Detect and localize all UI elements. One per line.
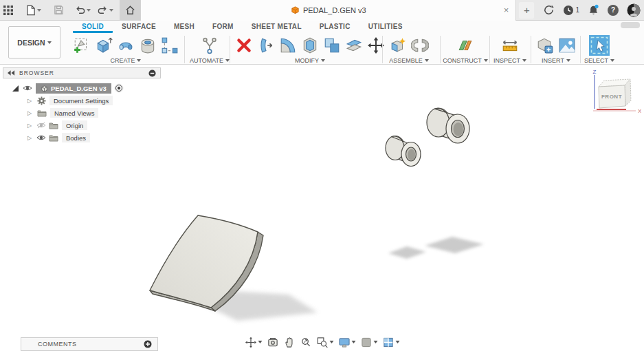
item-label[interactable]: Bodies (62, 133, 90, 142)
browser-item-document-settings[interactable]: ▷ Document Settings (27, 94, 161, 107)
profile-button[interactable] (623, 0, 644, 21)
group-modify-menu[interactable]: MODIFY (295, 57, 325, 64)
undo-button[interactable] (71, 0, 94, 21)
construction-plane-button[interactable] (455, 34, 476, 56)
viewport[interactable]: BROWSER PEDAL_D.GEN v3 ▷ Document Settin… (0, 65, 644, 362)
viewports-button[interactable] (382, 337, 399, 348)
browser-item-named-views[interactable]: ▷ Named Views (27, 107, 161, 119)
comments-panel[interactable]: COMMENTS (21, 337, 158, 351)
group-create-menu[interactable]: CREATE (111, 57, 142, 64)
visibility-eye-off-icon[interactable] (36, 122, 46, 129)
tab-plastic[interactable]: PLASTIC (311, 21, 359, 33)
automated-modeling-button[interactable] (199, 34, 220, 56)
group-inspect-caret (522, 59, 526, 62)
browser-item-origin[interactable]: ▷ Origin (27, 119, 161, 131)
insert-derive-button[interactable] (535, 34, 555, 56)
create-sketch-button[interactable] (71, 34, 92, 56)
display-settings-menu-caret[interactable] (351, 341, 355, 343)
tab-sheet-metal[interactable]: SHEET METAL (243, 21, 311, 33)
notifications-button[interactable] (584, 0, 603, 21)
canvas-button[interactable] (557, 34, 577, 56)
browser-root-row[interactable]: PEDAL_D.GEN v3 (12, 82, 161, 94)
workspace-switcher[interactable]: DESIGN (8, 26, 60, 58)
fillet-button[interactable] (278, 34, 298, 56)
new-component-button[interactable] (388, 34, 408, 56)
grid-and-snaps-button[interactable] (360, 337, 377, 348)
collapse-panel-icon[interactable] (8, 70, 15, 76)
ribbon-overflow-grip[interactable] (621, 22, 640, 28)
viewports-menu-caret[interactable] (395, 341, 399, 343)
new-tab-button[interactable]: + (519, 2, 534, 19)
measure-button[interactable] (500, 34, 520, 56)
window-zoom-menu-caret[interactable] (329, 341, 333, 343)
orbit-button[interactable] (245, 337, 262, 348)
close-tab-icon[interactable]: × (504, 5, 509, 15)
tab-solid[interactable]: SOLID (73, 21, 113, 33)
group-create-label: CREATE (111, 57, 135, 64)
combine-button[interactable] (322, 34, 342, 56)
extrude-icon (95, 36, 113, 54)
gear-icon (37, 96, 46, 105)
expand-closed-icon[interactable]: ▷ (27, 110, 34, 116)
extensions-button[interactable] (540, 0, 558, 21)
tab-mesh[interactable]: MESH (165, 21, 203, 33)
group-assemble-menu[interactable]: ASSEMBLE (389, 57, 429, 64)
measure-icon (501, 36, 519, 54)
job-count: 1 (575, 6, 579, 14)
display-mode-toggle-icon[interactable] (148, 70, 156, 77)
tab-surface[interactable]: SURFACE (113, 21, 165, 33)
expand-closed-icon[interactable]: ▷ (27, 135, 34, 141)
bushing-large-shadow (425, 237, 484, 253)
orbit-menu-caret[interactable] (258, 341, 262, 343)
group-insert-menu[interactable]: INSERT (542, 57, 570, 64)
redo-button[interactable] (94, 0, 117, 21)
root-component[interactable]: PEDAL_D.GEN v3 (36, 83, 111, 94)
select-button[interactable] (587, 34, 612, 56)
item-label[interactable]: Named Views (50, 108, 98, 118)
group-select-menu[interactable]: SELECT (584, 57, 614, 64)
pan-hand-icon (283, 337, 295, 348)
rectangular-pattern-button[interactable] (159, 34, 180, 56)
view-cube[interactable]: FRONT Z X (586, 69, 641, 117)
hole-button[interactable] (137, 34, 158, 56)
expand-open-icon[interactable] (12, 85, 19, 92)
group-automate-menu[interactable]: AUTOMATE (190, 57, 230, 64)
revolve-button[interactable] (115, 34, 136, 56)
group-construct-menu[interactable]: CONSTRUCT (443, 57, 488, 64)
window-zoom-button[interactable] (316, 337, 333, 348)
delete-button[interactable] (234, 34, 254, 56)
tab-form[interactable]: FORM (203, 21, 243, 33)
press-pull-button[interactable] (256, 34, 276, 56)
look-at-button[interactable] (267, 337, 278, 348)
activate-component-radio[interactable] (114, 83, 124, 93)
pan-button[interactable] (283, 337, 295, 348)
expand-closed-icon[interactable]: ▷ (27, 123, 34, 129)
expand-closed-icon[interactable]: ▷ (27, 98, 34, 104)
joint-button[interactable] (410, 34, 430, 56)
visibility-eye-icon[interactable] (23, 85, 32, 92)
offset-face-button[interactable] (344, 34, 364, 56)
extrude-button[interactable] (93, 34, 114, 56)
browser-header[interactable]: BROWSER (3, 67, 161, 78)
item-label[interactable]: Document Settings (49, 96, 113, 105)
group-inspect-menu[interactable]: INSPECT (493, 57, 526, 64)
help-button[interactable]: ? (604, 0, 622, 21)
app-grid-button[interactable] (0, 0, 16, 21)
zoom-button[interactable] (300, 337, 311, 348)
undo-menu-caret (87, 9, 91, 12)
document-tab[interactable]: PEDAL_D.GEN v3 × (140, 0, 516, 21)
item-label[interactable]: Origin (62, 120, 87, 130)
file-home-tab[interactable] (120, 0, 140, 21)
browser-item-bodies[interactable]: ▷ Bodies (27, 131, 161, 144)
job-status-button[interactable]: 1 (559, 0, 583, 21)
save-button[interactable] (50, 0, 67, 21)
display-settings-button[interactable] (338, 337, 355, 348)
shell-button[interactable] (300, 34, 320, 56)
grid-and-snaps-menu-caret[interactable] (373, 341, 377, 343)
file-menu-button[interactable] (22, 0, 45, 21)
window-zoom-icon (316, 337, 328, 348)
tab-utilities[interactable]: UTILITIES (359, 21, 412, 33)
add-comment-icon[interactable] (144, 340, 152, 348)
move-copy-button[interactable] (366, 34, 386, 56)
visibility-eye-icon[interactable] (36, 134, 46, 141)
